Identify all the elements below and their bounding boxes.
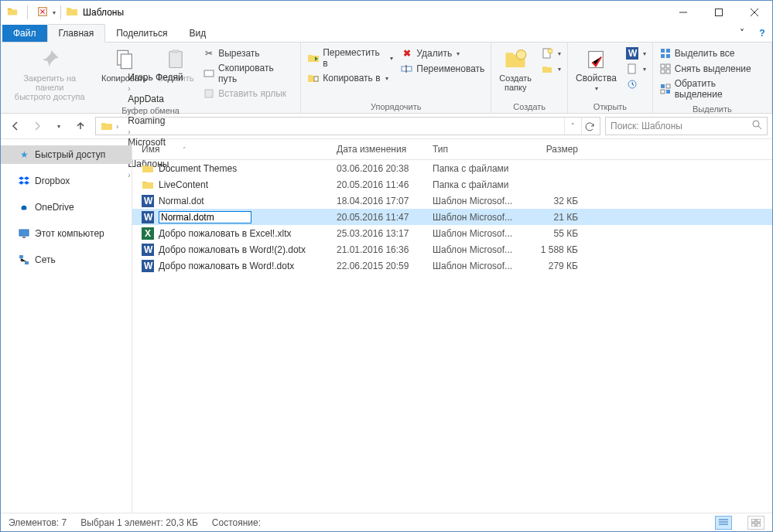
table-row[interactable]: W20.05.2016 11:47Шаблон Microsof...21 КБ — [132, 209, 772, 225]
table-row[interactable]: WNormal.dot18.04.2016 17:07Шаблон Micros… — [132, 193, 772, 209]
forward-button[interactable] — [27, 116, 47, 136]
search-box[interactable]: Поиск: Шаблоны — [605, 117, 768, 135]
svg-rect-5 — [172, 49, 179, 53]
maximize-button[interactable] — [701, 1, 737, 24]
organize-caption: Упорядочить — [301, 102, 491, 113]
open-caption: Открыть — [568, 102, 652, 113]
paste-shortcut-button[interactable]: Вставить ярлык — [201, 86, 296, 101]
collapse-ribbon-button[interactable]: ˅ — [732, 25, 752, 42]
breadcrumb-segment[interactable]: AppData — [125, 94, 186, 104]
details-view-button[interactable] — [715, 516, 732, 530]
svg-rect-22 — [661, 64, 665, 68]
column-type[interactable]: Тип — [428, 144, 521, 155]
address-dropdown-button[interactable]: ˅ — [564, 118, 581, 135]
address-bar[interactable]: › Игорь Федяй›AppData›Roaming›Microsoft›… — [95, 117, 600, 135]
large-icons-view-button[interactable] — [747, 516, 764, 530]
new-caption: Создать — [491, 102, 567, 113]
history-icon — [626, 78, 638, 90]
table-row[interactable]: LiveContent20.05.2016 11:46Папка с файла… — [132, 176, 772, 193]
folder-icon — [7, 6, 18, 19]
new-item-button[interactable]: ▾ — [539, 46, 563, 61]
rename-icon — [401, 63, 413, 75]
qat-dropdown-icon[interactable]: ▾ — [53, 9, 56, 16]
table-row[interactable]: XДобро пожаловать в Excel!.xltx25.03.201… — [132, 225, 772, 241]
rename-input[interactable] — [159, 211, 251, 223]
folder-icon — [142, 179, 154, 191]
svg-rect-4 — [169, 52, 182, 68]
title-divider — [60, 5, 61, 19]
svg-text:W: W — [144, 261, 153, 271]
svg-rect-26 — [661, 84, 665, 88]
nav-onedrive[interactable]: OneDrive — [1, 198, 132, 217]
file-name: Document Themes — [159, 163, 237, 174]
refresh-button[interactable] — [581, 118, 598, 135]
svg-rect-25 — [666, 70, 670, 73]
column-size[interactable]: Размер — [521, 144, 583, 155]
ribbon-group-new: Создать папку ▾ ▾ Создать — [491, 43, 568, 113]
qat-properties-icon[interactable] — [37, 6, 48, 19]
pin-quick-access-button[interactable]: Закрепить на панели быстрого доступа — [5, 46, 94, 103]
file-size: 279 КБ — [521, 261, 583, 271]
edit-button[interactable]: ▾ — [624, 61, 648, 77]
breadcrumb-segment[interactable]: Roaming — [125, 115, 186, 126]
chevron-right-icon[interactable]: › — [125, 106, 133, 114]
move-to-button[interactable]: Переместить в▾ — [306, 46, 395, 70]
file-name: Добро пожаловать в Word!.dotx — [159, 261, 294, 271]
recent-locations-button[interactable]: ▾ — [49, 116, 69, 136]
table-row[interactable]: WДобро пожаловать в Word!.dotx22.06.2015… — [132, 257, 772, 274]
ribbon-group-organize: Переместить в▾ Копировать в▾ ✖Удалить▾ П… — [301, 43, 491, 113]
word-icon: W — [142, 211, 154, 223]
breadcrumb-segment[interactable]: Игорь Федяй — [125, 72, 186, 83]
cut-button[interactable]: ✂Вырезать — [201, 46, 296, 61]
crumb-root-icon[interactable]: › — [97, 118, 125, 135]
nav-network[interactable]: Сеть — [1, 251, 132, 269]
tab-home[interactable]: Главная — [47, 24, 106, 43]
invert-selection-button[interactable]: Обратить выделение — [658, 77, 767, 101]
new-folder-button[interactable]: Создать папку — [496, 46, 535, 94]
copy-path-button[interactable]: Скопировать путь — [201, 61, 296, 86]
svg-text:W: W — [144, 244, 153, 255]
nav-dropbox[interactable]: Dropbox — [1, 172, 132, 190]
select-all-button[interactable]: Выделить все — [658, 46, 767, 61]
file-type: Шаблон Microsof... — [428, 261, 521, 271]
svg-rect-33 — [19, 255, 23, 258]
copy-to-button[interactable]: Копировать в▾ — [306, 70, 395, 86]
back-button[interactable] — [5, 116, 26, 136]
svg-text:W: W — [144, 196, 153, 206]
close-button[interactable] — [737, 1, 772, 24]
file-date: 03.06.2016 20:38 — [332, 163, 428, 174]
search-placeholder: Поиск: Шаблоны — [611, 121, 682, 131]
rename-button[interactable]: Переименовать — [399, 61, 486, 77]
title-bar: ▾ Шаблоны — [1, 1, 772, 24]
chevron-right-icon[interactable]: › — [125, 128, 133, 136]
nav-this-pc[interactable]: Этот компьютер — [1, 224, 132, 243]
invert-icon — [659, 83, 672, 95]
file-date: 21.01.2016 16:36 — [332, 244, 428, 255]
nav-quick-access[interactable]: ★Быстрый доступ — [1, 145, 132, 164]
tab-file[interactable]: Файл — [2, 25, 47, 42]
table-row[interactable]: Document Themes03.06.2016 20:38Папка с ф… — [132, 160, 772, 176]
properties-button[interactable]: Свойства▾ — [573, 46, 620, 95]
history-button[interactable] — [624, 77, 648, 92]
chevron-right-icon[interactable]: › — [125, 84, 133, 93]
up-button[interactable] — [70, 116, 91, 136]
easy-access-button[interactable]: ▾ — [539, 61, 563, 77]
ribbon-tabs: Файл Главная Поделиться Вид ˅ ? — [1, 24, 772, 43]
tab-view[interactable]: Вид — [178, 25, 217, 42]
column-headers: Имя˄ Дата изменения Тип Размер — [132, 139, 772, 160]
svg-rect-28 — [661, 90, 665, 94]
open-with-button[interactable]: W▾ — [624, 46, 648, 61]
svg-rect-45 — [751, 519, 755, 522]
help-button[interactable]: ? — [752, 25, 772, 42]
word-icon: W — [626, 47, 638, 60]
minimize-button[interactable] — [665, 1, 701, 24]
column-date[interactable]: Дата изменения — [332, 144, 428, 155]
file-type: Папка с файлами — [428, 179, 521, 190]
select-none-button[interactable]: Снять выделение — [658, 61, 767, 77]
column-name[interactable]: Имя˄ — [132, 144, 332, 155]
status-bar: Элементов: 7 Выбран 1 элемент: 20,3 КБ С… — [1, 513, 772, 531]
table-row[interactable]: WДобро пожаловать в Word!(2).dotx21.01.2… — [132, 241, 772, 257]
file-name: Normal.dot — [159, 196, 204, 206]
delete-button[interactable]: ✖Удалить▾ — [399, 46, 486, 61]
tab-share[interactable]: Поделиться — [105, 25, 178, 42]
